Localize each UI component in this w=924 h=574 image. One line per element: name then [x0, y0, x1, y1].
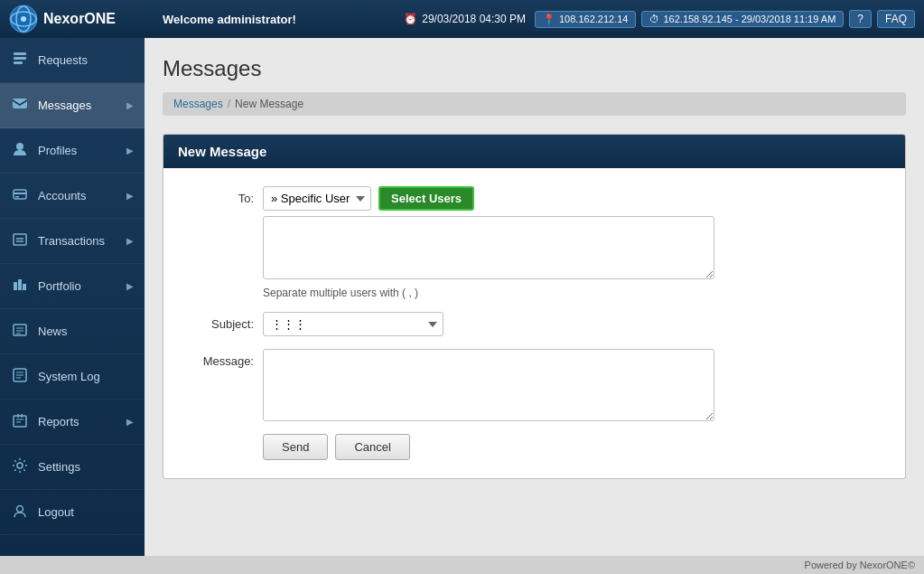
svg-point-30: [17, 506, 23, 513]
help-button[interactable]: ?: [849, 10, 872, 28]
sidebar-item-reports[interactable]: Reports ▶: [0, 400, 145, 445]
sidebar-systemlog-label: System Log: [38, 370, 134, 383]
sidebar-item-profiles[interactable]: Profiles ▶: [0, 128, 145, 174]
sidebar-reports-label: Reports: [38, 415, 117, 428]
to-label: To:: [182, 186, 254, 205]
subject-label: Subject:: [182, 312, 254, 331]
sidebar-item-transactions[interactable]: Transactions ▶: [0, 219, 145, 264]
location-icon: 📍: [543, 14, 555, 25]
breadcrumb-current: New Message: [235, 98, 303, 110]
ip-badge: 📍 108.162.212.14: [535, 11, 636, 28]
profiles-arrow: ▶: [126, 146, 134, 155]
svg-rect-12: [14, 234, 26, 245]
select-users-button[interactable]: Select Users: [378, 186, 474, 211]
transactions-icon: [11, 231, 29, 250]
datetime-value: 29/03/2018 04:30 PM: [422, 13, 526, 25]
svg-rect-11: [15, 196, 19, 198]
card-header: New Message: [163, 135, 905, 168]
to-row: To: » Specific User Select Users Separat…: [182, 186, 887, 299]
settings-icon: [11, 457, 29, 476]
systemlog-icon: [11, 367, 29, 386]
accounts-icon: [11, 186, 29, 205]
requests-icon: [11, 51, 29, 70]
breadcrumb-parent[interactable]: Messages: [173, 98, 223, 110]
form-actions: Send Cancel: [182, 434, 887, 460]
send-button[interactable]: Send: [263, 434, 328, 460]
message-row: Message:: [182, 349, 887, 421]
header-right: 📍 108.162.212.14 ⏱ 162.158.92.145 - 29/0…: [535, 10, 915, 28]
sidebar-item-news[interactable]: News: [0, 309, 145, 354]
svg-rect-7: [13, 99, 27, 108]
faq-button[interactable]: FAQ: [877, 10, 915, 28]
sidebar-messages-label: Messages: [38, 99, 117, 112]
header: NexorONE Welcome administrator! ⏰ 29/03/…: [0, 0, 924, 38]
svg-rect-16: [18, 279, 22, 290]
messages-arrow: ▶: [126, 100, 134, 110]
message-textarea[interactable]: [263, 349, 714, 421]
sidebar-news-label: News: [38, 325, 134, 338]
content-area: Messages Messages / New Message New Mess…: [145, 38, 924, 556]
ip-value: 108.162.212.14: [559, 14, 628, 24]
footer-text: Powered by NexorONE©: [805, 560, 915, 570]
sidebar-requests-label: Requests: [38, 53, 134, 67]
sidebar-transactions-label: Transactions: [38, 234, 117, 248]
welcome-text: Welcome administrator!: [163, 13, 395, 26]
sidebar-item-portfolio[interactable]: Portfolio ▶: [0, 264, 145, 309]
message-controls: [263, 349, 887, 421]
reports-icon: [11, 412, 29, 431]
cancel-button[interactable]: Cancel: [335, 434, 409, 460]
header-datetime: ⏰ 29/03/2018 04:30 PM: [404, 13, 526, 25]
sidebar-item-settings[interactable]: Settings: [0, 445, 145, 490]
logo-icon: [9, 5, 38, 33]
svg-point-8: [16, 143, 23, 150]
subject-row: Subject: ⋮⋮⋮: [182, 312, 887, 336]
sidebar-settings-label: Settings: [38, 460, 134, 474]
accounts-arrow: ▶: [126, 191, 134, 201]
sidebar: Requests Messages ▶ Profiles ▶ Accounts …: [0, 38, 145, 556]
separator-hint: Separate multiple users with ( , ): [263, 287, 887, 299]
clock-icon: ⏰: [404, 13, 417, 25]
svg-rect-15: [14, 282, 17, 290]
breadcrumb-separator: /: [228, 98, 230, 110]
to-inline: » Specific User Select Users: [263, 186, 887, 211]
to-dropdown[interactable]: » Specific User: [263, 186, 371, 211]
logout-icon: [11, 503, 29, 522]
sidebar-item-requests[interactable]: Requests: [0, 38, 145, 83]
svg-point-3: [21, 16, 26, 22]
recipients-textarea[interactable]: [263, 216, 714, 279]
profiles-icon: [11, 141, 29, 160]
transactions-arrow: ▶: [126, 236, 134, 246]
svg-rect-5: [14, 57, 26, 60]
portfolio-arrow: ▶: [126, 281, 134, 291]
sidebar-accounts-label: Accounts: [38, 189, 117, 202]
sidebar-item-accounts[interactable]: Accounts ▶: [0, 174, 145, 219]
messages-icon: [11, 96, 29, 115]
page-title: Messages: [163, 56, 906, 81]
session-badge: ⏱ 162.158.92.145 - 29/03/2018 11:19 AM: [641, 11, 844, 27]
portfolio-icon: [11, 277, 29, 296]
sidebar-item-logout[interactable]: Logout: [0, 490, 145, 535]
svg-rect-17: [23, 284, 26, 290]
new-message-card: New Message To: » Specific User Select U…: [163, 134, 906, 479]
subject-dropdown[interactable]: ⋮⋮⋮: [263, 312, 443, 336]
footer: Powered by NexorONE©: [0, 556, 924, 574]
history-icon: ⏱: [649, 14, 659, 24]
svg-rect-26: [14, 416, 26, 427]
card-body: To: » Specific User Select Users Separat…: [163, 168, 905, 478]
main-layout: Requests Messages ▶ Profiles ▶ Accounts …: [0, 38, 924, 556]
sidebar-item-systemlog[interactable]: System Log: [0, 354, 145, 400]
svg-point-29: [17, 463, 23, 468]
to-controls: » Specific User Select Users Separate mu…: [263, 186, 887, 299]
message-label: Message:: [182, 349, 254, 368]
reports-arrow: ▶: [126, 417, 134, 427]
sidebar-profiles-label: Profiles: [38, 144, 117, 157]
sidebar-portfolio-label: Portfolio: [38, 279, 117, 293]
svg-rect-4: [14, 52, 26, 55]
svg-rect-10: [14, 193, 26, 194]
logo-text: NexorONE: [43, 11, 116, 27]
sidebar-item-messages[interactable]: Messages ▶: [0, 83, 145, 128]
subject-controls: ⋮⋮⋮: [263, 312, 887, 336]
news-icon: [11, 322, 29, 341]
breadcrumb: Messages / New Message: [163, 92, 906, 116]
svg-rect-6: [14, 61, 23, 64]
